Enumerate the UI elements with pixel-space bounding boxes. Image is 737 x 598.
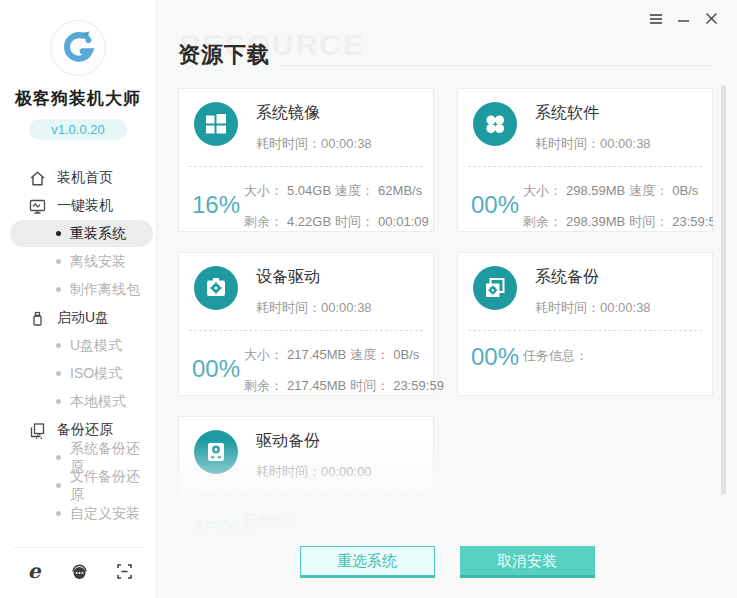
task-info-label: 任务信息： bbox=[244, 507, 394, 529]
minimize-icon[interactable] bbox=[676, 11, 691, 26]
sidebar-item-label: 装机首页 bbox=[57, 169, 113, 187]
progress-percent: 00% bbox=[471, 343, 523, 371]
cancel-install-button[interactable]: 取消安装 bbox=[460, 546, 595, 578]
bullet-icon bbox=[56, 231, 61, 236]
stat-size: 大小：5.04GB bbox=[244, 182, 331, 200]
browser-icon[interactable]: e bbox=[24, 561, 44, 581]
version-badge: v1.0.0.20 bbox=[29, 119, 127, 140]
sidebar-item-label: ISO模式 bbox=[70, 365, 122, 383]
action-bar: 重选系统 取消安装 bbox=[157, 546, 737, 578]
card-title: 设备驱动 bbox=[256, 267, 372, 288]
bullet-icon bbox=[56, 287, 61, 292]
card-title: 系统备份 bbox=[535, 267, 651, 288]
card-system-image: 系统镜像 耗时时间：00:00:38 16% 大小：5.04GB 速度：62MB… bbox=[178, 88, 434, 232]
home-icon bbox=[28, 169, 46, 187]
sidebar-item-label: U盘模式 bbox=[70, 337, 122, 355]
app-logo bbox=[50, 20, 106, 76]
main-panel: RESOURCE 资源下载 系统镜像 耗时时间：00:00:38 bbox=[157, 0, 737, 598]
reselect-system-button[interactable]: 重选系统 bbox=[300, 546, 435, 578]
window-controls bbox=[648, 11, 719, 26]
app-window: 极客狗装机大师 v1.0.0.20 装机首页 一键装机 重装系统 bbox=[0, 0, 737, 598]
sidebar-item-label: 本地模式 bbox=[70, 393, 126, 411]
sidebar-item-install-home[interactable]: 装机首页 bbox=[0, 164, 156, 192]
sidebar-item-label: 备份还原 bbox=[57, 421, 113, 439]
page-header: RESOURCE 资源下载 bbox=[178, 26, 712, 70]
bullet-icon bbox=[56, 343, 61, 348]
progress-percent: 00% bbox=[192, 355, 244, 383]
elapsed-time: 耗时时间：00:00:38 bbox=[256, 135, 372, 153]
sidebar-item-label: 文件备份还原 bbox=[70, 468, 153, 504]
elapsed-time: 耗时时间：00:00:38 bbox=[535, 135, 651, 153]
driver-gear-icon bbox=[194, 266, 238, 310]
card-title: 系统镜像 bbox=[256, 103, 372, 124]
bullet-icon bbox=[56, 259, 61, 264]
sidebar-item-offline-install[interactable]: 离线安装 bbox=[10, 248, 153, 275]
scrollbar[interactable] bbox=[721, 85, 726, 495]
sidebar-item-custom-install[interactable]: 自定义安装 bbox=[10, 500, 153, 527]
sidebar-item-make-offline-package[interactable]: 制作离线包 bbox=[10, 276, 153, 303]
stat-speed: 速度：62MB/s bbox=[335, 182, 429, 200]
sidebar-item-boot-usb[interactable]: 启动U盘 bbox=[0, 304, 156, 332]
bullet-icon bbox=[56, 399, 61, 404]
disk-icon bbox=[194, 430, 238, 474]
bullet-icon bbox=[56, 483, 61, 488]
stat-speed: 速度：0B/s bbox=[350, 346, 444, 364]
stat-remaining: 剩余：4.22GB bbox=[244, 213, 331, 231]
sidebar-item-usb-mode[interactable]: U盘模式 bbox=[10, 332, 153, 359]
stat-speed: 速度：0B/s bbox=[629, 182, 713, 200]
sidebar-item-reinstall-system[interactable]: 重装系统 bbox=[10, 220, 153, 247]
card-driver-backup: 驱动备份 耗时时间：00:00:00 100% 任务信息： bbox=[178, 416, 434, 538]
menu-icon[interactable] bbox=[648, 11, 663, 26]
bullet-icon bbox=[56, 371, 61, 376]
stats-grid: 大小：217.45MB 速度：0B/s 剩余：217.45MB 时间：23:59… bbox=[244, 343, 444, 395]
stat-time: 时间：23:59:59 bbox=[350, 377, 444, 395]
page-title: 资源下载 bbox=[178, 40, 270, 70]
sidebar-item-label: 重装系统 bbox=[70, 225, 126, 243]
bullet-icon bbox=[56, 511, 61, 516]
card-device-driver: 设备驱动 耗时时间：00:00:38 00% 大小：217.45MB 速度：0B… bbox=[178, 252, 434, 396]
sidebar-menu: 装机首页 一键装机 重装系统 离线安装 制作离线包 bbox=[0, 164, 156, 528]
sidebar-footer: e bbox=[0, 547, 156, 598]
app-name: 极客狗装机大师 bbox=[0, 87, 156, 110]
backup-gear-icon bbox=[473, 266, 517, 310]
sidebar-item-label: 自定义安装 bbox=[70, 505, 140, 523]
elapsed-time: 耗时时间：00:00:38 bbox=[256, 299, 372, 317]
cards-area: 系统镜像 耗时时间：00:00:38 16% 大小：5.04GB 速度：62MB… bbox=[178, 88, 713, 538]
card-title: 系统软件 bbox=[535, 103, 651, 124]
stat-size: 大小：298.59MB bbox=[523, 182, 625, 200]
stats-grid: 大小：5.04GB 速度：62MB/s 剩余：4.22GB 时间：00:01:0… bbox=[244, 179, 429, 231]
progress-percent: 00% bbox=[471, 191, 523, 219]
sidebar-item-local-mode[interactable]: 本地模式 bbox=[10, 388, 153, 415]
card-system-software: 系统软件 耗时时间：00:00:38 00% 大小：298.59MB 速度：0B… bbox=[457, 88, 713, 232]
sidebar-item-label: 启动U盘 bbox=[57, 309, 109, 327]
stat-size: 大小：217.45MB bbox=[244, 346, 346, 364]
stat-remaining: 剩余：298.39MB bbox=[523, 213, 625, 231]
bullet-icon bbox=[56, 455, 61, 460]
stat-time: 时间：00:01:09 bbox=[335, 213, 429, 231]
support-headset-icon[interactable] bbox=[69, 561, 89, 581]
scan-icon[interactable] bbox=[114, 561, 134, 581]
sidebar-item-one-key-install[interactable]: 一键装机 bbox=[0, 192, 156, 220]
sidebar-item-iso-mode[interactable]: ISO模式 bbox=[10, 360, 153, 387]
windows-icon bbox=[194, 102, 238, 146]
elapsed-time: 耗时时间：00:00:00 bbox=[256, 463, 372, 481]
dog-logo-icon bbox=[61, 31, 95, 65]
progress-percent: 100% bbox=[192, 516, 244, 539]
title-rule bbox=[282, 65, 712, 66]
apps-icon bbox=[473, 102, 517, 146]
card-title: 驱动备份 bbox=[256, 431, 372, 452]
sidebar-item-label: 一键装机 bbox=[57, 197, 113, 215]
close-icon[interactable] bbox=[704, 11, 719, 26]
progress-percent: 16% bbox=[192, 191, 244, 219]
sidebar-item-label: 离线安装 bbox=[70, 253, 126, 271]
sidebar-item-file-backup-restore[interactable]: 文件备份还原 bbox=[10, 472, 153, 499]
stat-remaining: 剩余：217.45MB bbox=[244, 377, 346, 395]
stats-grid: 大小：298.59MB 速度：0B/s 剩余：298.39MB 时间：23:59… bbox=[523, 179, 713, 231]
usb-icon bbox=[28, 309, 46, 327]
backup-icon bbox=[28, 421, 46, 439]
monitor-icon bbox=[28, 197, 46, 215]
elapsed-time: 耗时时间：00:00:38 bbox=[535, 299, 651, 317]
task-info-label: 任务信息： bbox=[523, 343, 588, 371]
sidebar: 极客狗装机大师 v1.0.0.20 装机首页 一键装机 重装系统 bbox=[0, 0, 157, 598]
sidebar-item-label: 制作离线包 bbox=[70, 281, 140, 299]
